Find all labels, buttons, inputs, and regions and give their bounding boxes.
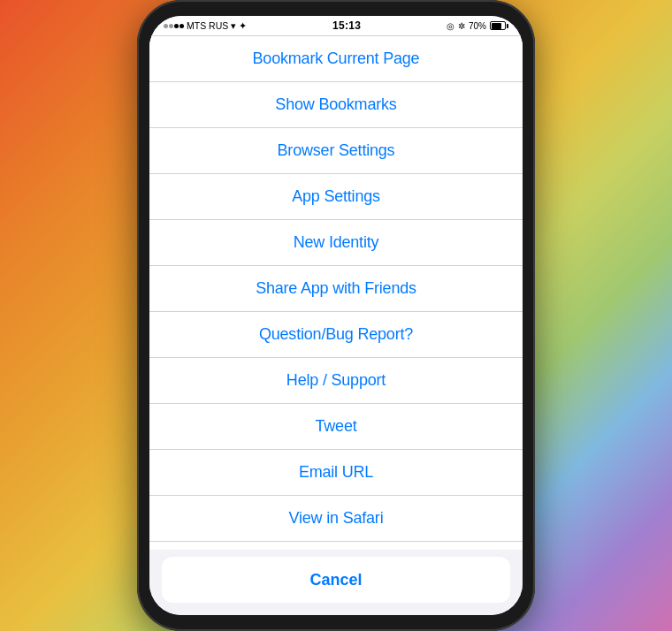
menu-item-label-email-url: Email URL [299, 463, 373, 482]
phone-frame: MTS RUS ▾ ✦ 15:13 ◎ ✲ 70% Bookm [137, 0, 535, 631]
wifi-icon: ▾ [231, 20, 236, 31]
signal-dot-2 [169, 24, 173, 28]
menu-item-view-safari[interactable]: View in Safari [149, 496, 523, 542]
battery-body [490, 21, 506, 30]
menu-container: Bookmark Current PageShow BookmarksBrows… [149, 35, 523, 615]
menu-item-app-settings[interactable]: App Settings [149, 174, 523, 220]
menu-item-tweet[interactable]: Tweet [149, 404, 523, 450]
menu-item-label-view-safari: View in Safari [289, 509, 384, 528]
status-bar: MTS RUS ▾ ✦ 15:13 ◎ ✲ 70% [149, 16, 523, 35]
signal-dot-1 [164, 24, 168, 28]
status-right: ◎ ✲ 70% [447, 21, 508, 31]
status-left: MTS RUS ▾ ✦ [164, 20, 247, 31]
menu-item-label-bookmark-current: Bookmark Current Page [253, 49, 420, 68]
menu-item-new-identity[interactable]: New Identity [149, 220, 523, 266]
battery-percent: 70% [469, 21, 486, 31]
menu-item-label-show-bookmarks: Show Bookmarks [275, 95, 396, 114]
menu-item-label-app-settings: App Settings [292, 187, 380, 206]
menu-item-share-app[interactable]: Share App with Friends [149, 266, 523, 312]
menu-list: Bookmark Current PageShow BookmarksBrows… [149, 35, 523, 550]
network-icon: ✦ [239, 20, 247, 31]
menu-item-label-share-app: Share App with Friends [256, 279, 416, 298]
menu-item-bookmark-current[interactable]: Bookmark Current Page [149, 36, 523, 82]
status-time: 15:13 [332, 19, 361, 32]
menu-item-browser-settings[interactable]: Browser Settings [149, 128, 523, 174]
location-icon: ◎ [447, 21, 454, 31]
cancel-area: Cancel [149, 550, 523, 615]
battery-cap [507, 24, 508, 28]
phone-screen: MTS RUS ▾ ✦ 15:13 ◎ ✲ 70% Bookm [149, 16, 523, 615]
signal-dot-4 [179, 24, 184, 28]
menu-item-label-tweet: Tweet [315, 417, 356, 436]
battery-fill [492, 23, 501, 29]
menu-item-label-bug-report: Question/Bug Report? [259, 325, 413, 344]
menu-item-label-help-support: Help / Support [286, 371, 386, 390]
menu-item-help-support[interactable]: Help / Support [149, 358, 523, 404]
menu-item-show-bookmarks[interactable]: Show Bookmarks [149, 82, 523, 128]
signal-icon [164, 24, 184, 28]
signal-dot-3 [174, 24, 179, 28]
menu-item-bug-report[interactable]: Question/Bug Report? [149, 312, 523, 358]
menu-item-email-url[interactable]: Email URL [149, 450, 523, 496]
menu-item-label-new-identity: New Identity [294, 233, 379, 252]
bluetooth-icon: ✲ [458, 21, 465, 31]
carrier-label: MTS RUS [187, 20, 228, 31]
battery-icon [490, 21, 508, 30]
cancel-button[interactable]: Cancel [162, 557, 510, 603]
menu-item-label-browser-settings: Browser Settings [278, 141, 395, 160]
